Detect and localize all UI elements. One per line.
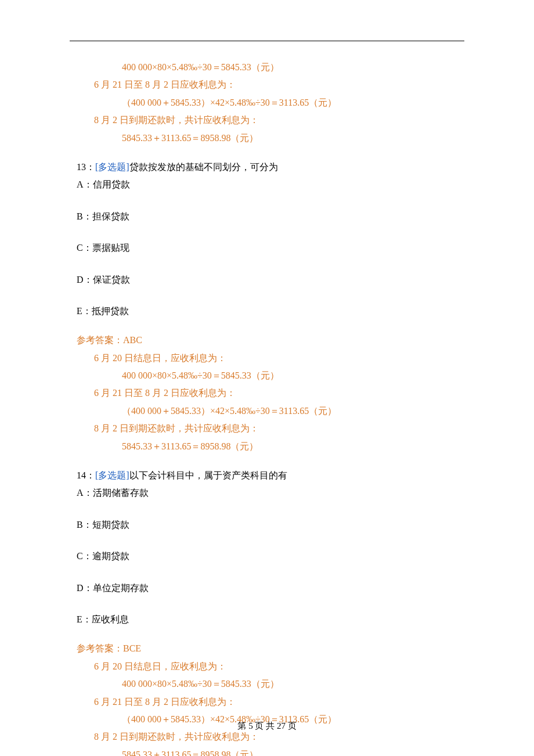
calc-line: 6 月 20 日结息日，应收利息为：	[94, 658, 464, 675]
calc-line: 5845.33＋3113.65＝8958.98（元）	[122, 438, 464, 455]
answer-text: 参考答案：BCE	[77, 640, 464, 657]
question-stem: 14：[多选题]以下会计科目中，属于资产类科目的有	[77, 467, 464, 484]
calc-line: 8 月 2 日到期还款时，共计应收利息为：	[94, 111, 464, 129]
answer-text: 参考答案：ABC	[77, 332, 464, 349]
calc-block-top: 400 000×80×5.48‰÷30＝5845.33（元） 6 月 21 日至…	[77, 59, 464, 147]
question-14: 14：[多选题]以下会计科目中，属于资产类科目的有 A：活期储蓄存款 B：短期贷…	[77, 467, 464, 628]
answer-block-13: 参考答案：ABC 6 月 20 日结息日，应收利息为： 400 000×80×5…	[77, 332, 464, 455]
page-footer: 第 5 页 共 27 页	[0, 718, 534, 735]
calc-line: 5845.33＋3113.65＝8958.98（元）	[122, 129, 464, 147]
option-d: D：保证贷款	[77, 271, 464, 289]
option-b: B：担保贷款	[77, 208, 464, 225]
question-13: 13：[多选题]贷款按发放的基础不同划分，可分为 A：信用贷款 B：担保贷款 C…	[77, 159, 464, 320]
calc-line: （400 000＋5845.33）×42×5.48‰÷30＝3113.65（元）	[122, 94, 464, 111]
question-tag: [多选题]	[95, 470, 129, 480]
calc-line: 400 000×80×5.48‰÷30＝5845.33（元）	[122, 367, 464, 384]
question-number: 13：	[77, 162, 95, 172]
question-number: 14：	[77, 470, 95, 480]
page: 400 000×80×5.48‰÷30＝5845.33（元） 6 月 21 日至…	[0, 0, 534, 756]
horizontal-rule	[70, 41, 464, 41]
calc-line: 6 月 21 日至 8 月 2 日应收利息为：	[94, 384, 464, 402]
calc-line: 6 月 21 日至 8 月 2 日应收利息为：	[94, 76, 464, 93]
question-text: 以下会计科目中，属于资产类科目的有	[129, 470, 287, 480]
calc-line: 400 000×80×5.48‰÷30＝5845.33（元）	[122, 59, 464, 76]
option-a: A：活期储蓄存款	[77, 484, 464, 502]
question-stem: 13：[多选题]贷款按发放的基础不同划分，可分为	[77, 159, 464, 176]
calc-line: 8 月 2 日到期还款时，共计应收利息为：	[94, 420, 464, 437]
answer-block-14: 参考答案：BCE 6 月 20 日结息日，应收利息为： 400 000×80×5…	[77, 640, 464, 756]
option-c: C：票据贴现	[77, 239, 464, 257]
question-text: 贷款按发放的基础不同划分，可分为	[129, 162, 278, 172]
calc-line: 6 月 20 日结息日，应收利息为：	[94, 350, 464, 367]
calc-line: （400 000＋5845.33）×42×5.48‰÷30＝3113.65（元）	[122, 402, 464, 420]
option-e: E：应收利息	[77, 611, 464, 628]
option-a: A：信用贷款	[77, 176, 464, 193]
question-tag: [多选题]	[95, 162, 129, 172]
option-c: C：逾期贷款	[77, 548, 464, 565]
option-d: D：单位定期存款	[77, 579, 464, 597]
option-e: E：抵押贷款	[77, 303, 464, 320]
content-area: 400 000×80×5.48‰÷30＝5845.33（元） 6 月 21 日至…	[77, 59, 464, 756]
calc-line: 6 月 21 日至 8 月 2 日应收利息为：	[94, 693, 464, 711]
calc-line: 5845.33＋3113.65＝8958.98（元）	[122, 746, 464, 756]
option-b: B：短期贷款	[77, 516, 464, 534]
calc-line: 400 000×80×5.48‰÷30＝5845.33（元）	[122, 675, 464, 693]
